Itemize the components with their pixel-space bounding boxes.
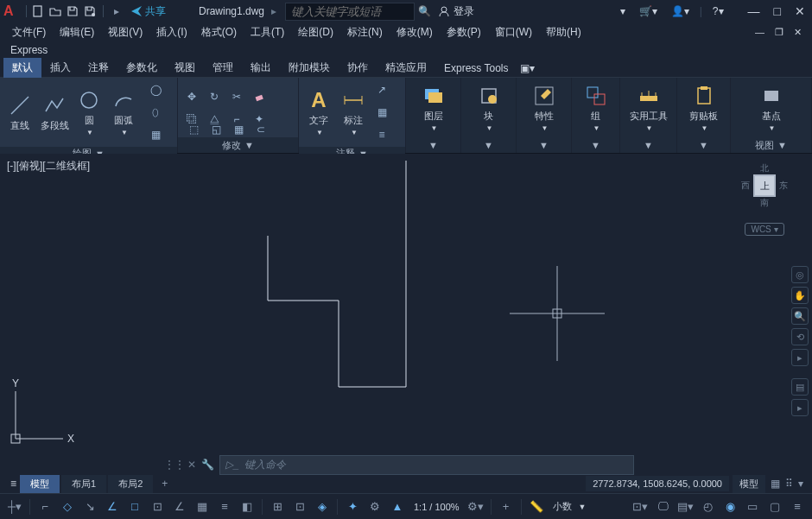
minimize-icon[interactable]: — bbox=[745, 4, 764, 18]
status-3d-icon[interactable]: ◈ bbox=[313, 497, 332, 516]
status-3dosnap-icon[interactable]: ⊡ bbox=[148, 497, 167, 516]
erase-icon[interactable] bbox=[249, 86, 270, 107]
status-gear-icon[interactable]: ⚙▾ bbox=[466, 497, 485, 516]
panel-view-title[interactable]: 视图 ▼ bbox=[731, 137, 811, 153]
nav-more-icon[interactable]: ▸ bbox=[791, 399, 809, 416]
status-ortho-icon[interactable]: ◇ bbox=[58, 497, 77, 516]
viewcube[interactable]: 北 西 上 东 南 WCS ▾ bbox=[734, 162, 795, 249]
menu-dimension[interactable]: 标注(N) bbox=[342, 23, 388, 41]
status-isodraft-icon[interactable]: ∠ bbox=[103, 497, 122, 516]
status-add-icon[interactable]: + bbox=[497, 497, 516, 516]
status-lineweight-icon[interactable]: ≡ bbox=[215, 497, 234, 516]
panel-layers-title[interactable]: ▼ bbox=[406, 137, 460, 153]
doc-restore-icon[interactable]: ❐ bbox=[771, 27, 787, 38]
tab-featured[interactable]: 精选应用 bbox=[377, 58, 435, 78]
tab-layout2[interactable]: 布局2 bbox=[108, 475, 153, 493]
panel-clip-title[interactable]: ▼ bbox=[677, 137, 730, 153]
clipboard-button[interactable]: 剪贴板▼ bbox=[682, 81, 726, 135]
layers-button[interactable]: 图层▼ bbox=[417, 81, 450, 135]
share-button[interactable]: 共享 bbox=[124, 4, 173, 19]
scale-icon[interactable]: ◱ bbox=[206, 119, 226, 140]
tab-view[interactable]: 视图 bbox=[166, 58, 204, 78]
status-annoscale-icon[interactable]: ▤▾ bbox=[676, 497, 695, 516]
grid-more1-icon[interactable]: ⠿ bbox=[783, 478, 795, 490]
qat-save-icon[interactable] bbox=[65, 3, 80, 19]
panel-block-title[interactable]: ▼ bbox=[461, 137, 516, 153]
tab-parametric[interactable]: 参数化 bbox=[117, 58, 166, 78]
status-grid-icon[interactable]: ┼▾ bbox=[5, 497, 24, 516]
nav-showmotion-icon[interactable]: ▸ bbox=[791, 349, 809, 366]
tab-insert[interactable]: 插入 bbox=[41, 58, 79, 78]
status-lock-icon[interactable]: 📏 bbox=[527, 497, 546, 516]
app-logo[interactable]: A bbox=[3, 3, 19, 19]
wcs-button[interactable]: WCS ▾ bbox=[745, 223, 783, 236]
basepoint-button[interactable]: 基点▼ bbox=[755, 81, 788, 135]
chevron-down-icon[interactable]: ▼ bbox=[579, 503, 587, 511]
status-monitor-icon[interactable]: 🖵 bbox=[653, 497, 672, 516]
annot-misc-icon[interactable]: ≡ bbox=[371, 124, 392, 145]
tab-layout1[interactable]: 布局1 bbox=[61, 475, 106, 493]
panel-util-title[interactable]: ▼ bbox=[620, 137, 676, 153]
drawing-canvas[interactable]: X Y bbox=[0, 154, 812, 455]
status-annomonitor-icon[interactable]: ▲ bbox=[388, 497, 407, 516]
menu-view[interactable]: 视图(V) bbox=[103, 23, 148, 41]
cmdline-handle-icon[interactable]: ⋮⋮ ✕ bbox=[164, 459, 196, 471]
status-customize-icon[interactable]: ≡ bbox=[788, 497, 807, 516]
command-input[interactable]: ▷_ 键入命令 bbox=[219, 455, 634, 475]
dimension-button[interactable]: 标注▼ bbox=[337, 85, 370, 139]
qat-saveas-icon[interactable] bbox=[82, 3, 98, 19]
doc-minimize-icon[interactable]: — bbox=[752, 27, 768, 38]
block-button[interactable]: 块▼ bbox=[473, 81, 505, 135]
tab-express[interactable]: Express Tools bbox=[435, 60, 517, 77]
menu-modify[interactable]: 修改(M) bbox=[391, 23, 438, 41]
qat-open-icon[interactable] bbox=[48, 3, 63, 19]
help-icon[interactable]: ?▾ bbox=[709, 5, 727, 17]
nav-zoom-icon[interactable]: 🔍 bbox=[791, 307, 809, 325]
status-polar-icon[interactable]: ↘ bbox=[80, 497, 99, 516]
ribbon-expand-icon[interactable]: ▣▾ bbox=[520, 62, 535, 74]
apps-icon[interactable]: 👤▾ bbox=[668, 5, 693, 17]
status-isolate-icon[interactable]: ▭ bbox=[743, 497, 762, 516]
status-snap-icon[interactable]: ⌐ bbox=[35, 497, 54, 516]
nav-fullnav-icon[interactable]: ◎ bbox=[791, 266, 809, 283]
tab-addins[interactable]: 附加模块 bbox=[280, 58, 339, 78]
viewport-label[interactable]: [-][俯视][二维线框] bbox=[7, 159, 90, 174]
status-hardware-icon[interactable]: ◉ bbox=[720, 497, 739, 516]
search-icon[interactable]: 🔍 bbox=[418, 5, 431, 17]
cart-icon[interactable]: 🛒▾ bbox=[636, 5, 661, 17]
nav-collapse-icon[interactable]: ▤ bbox=[791, 378, 809, 396]
array-icon[interactable]: ▦ bbox=[228, 119, 249, 140]
status-dyninput-icon[interactable]: ⊞ bbox=[268, 497, 287, 516]
status-precision[interactable]: 小数 bbox=[549, 500, 575, 513]
offset-icon[interactable]: ⊂ bbox=[251, 119, 271, 140]
menu-tools[interactable]: 工具(T) bbox=[245, 23, 289, 41]
status-sc-icon[interactable]: ⚙ bbox=[365, 497, 384, 516]
status-scale[interactable]: 1:1 / 100% bbox=[410, 502, 463, 512]
cmdline-customize-icon[interactable]: 🔧 bbox=[201, 459, 214, 471]
status-transparency-icon[interactable]: ◧ bbox=[238, 497, 257, 516]
menu-help[interactable]: 帮助(H) bbox=[541, 23, 587, 41]
stretch-icon[interactable]: ⬚ bbox=[183, 119, 204, 140]
panel-modify-title[interactable]: 修改 ▼ bbox=[178, 137, 298, 153]
tab-output[interactable]: 输出 bbox=[242, 58, 280, 78]
login-button[interactable]: 登录 bbox=[438, 4, 474, 19]
tab-annotate[interactable]: 注释 bbox=[79, 58, 117, 78]
express-label[interactable]: Express bbox=[10, 44, 48, 56]
status-ws-icon[interactable]: ⊡▾ bbox=[631, 497, 650, 516]
search-input[interactable] bbox=[285, 3, 415, 21]
draw-misc1-icon[interactable]: ◯ bbox=[145, 79, 166, 100]
model-badge[interactable]: 模型 bbox=[733, 475, 765, 493]
nav-orbit-icon[interactable]: ⟲ bbox=[791, 328, 809, 345]
polyline-button[interactable]: 多段线 bbox=[38, 85, 71, 139]
tab-collaborate[interactable]: 协作 bbox=[339, 58, 377, 78]
status-cycle-icon[interactable]: ⊡ bbox=[290, 497, 309, 516]
text-button[interactable]: A文字▼ bbox=[302, 85, 335, 139]
properties-button[interactable]: 特性▼ bbox=[528, 81, 561, 135]
status-otrack-icon[interactable]: ∠ bbox=[170, 497, 189, 516]
tab-default[interactable]: 默认 bbox=[3, 58, 41, 78]
draw-misc3-icon[interactable]: ▦ bbox=[145, 124, 166, 145]
menu-window[interactable]: 窗口(W) bbox=[490, 23, 537, 41]
tabs-menu-icon[interactable]: ≡ bbox=[7, 478, 20, 490]
close-icon[interactable]: ✕ bbox=[791, 4, 809, 18]
menu-draw[interactable]: 绘图(D) bbox=[293, 23, 339, 41]
